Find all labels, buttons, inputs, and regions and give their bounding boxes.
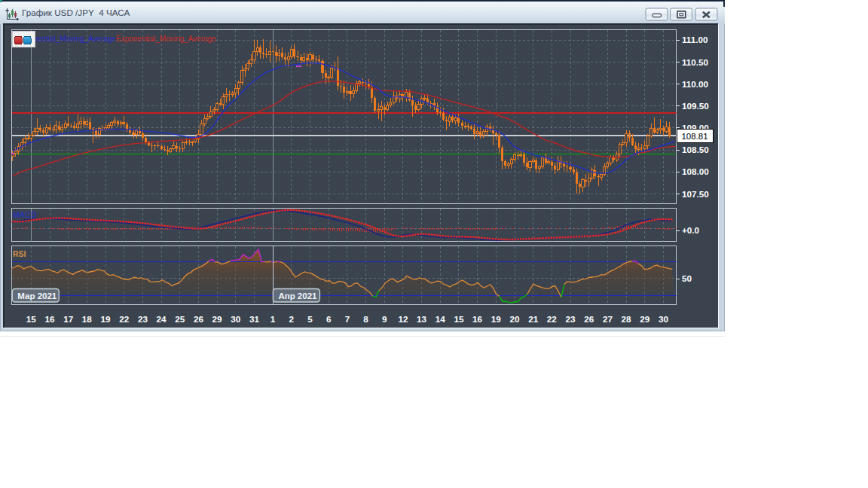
svg-text:107.50: 107.50 [682,189,709,199]
svg-text:20: 20 [509,314,520,324]
svg-text:30: 30 [231,314,241,324]
svg-text:111.00: 111.00 [682,35,708,44]
svg-text:29: 29 [640,314,650,324]
svg-text:21: 21 [528,314,539,324]
svg-text:22: 22 [119,314,130,324]
svg-text:23: 23 [138,314,148,324]
svg-text:Мар 2021: Мар 2021 [17,291,57,300]
svg-text:14: 14 [436,314,446,324]
svg-text:23: 23 [565,314,576,324]
svg-text:24: 24 [157,314,167,324]
svg-text:RSI: RSI [13,249,26,258]
svg-text:19: 19 [491,314,502,324]
svg-text:26: 26 [584,314,594,324]
svg-text:19: 19 [100,314,111,324]
svg-text:17: 17 [63,314,73,324]
svg-text:Exponential_Moving_Average: Exponential_Moving_Average [116,35,216,43]
svg-text:108.81: 108.81 [681,132,708,141]
svg-text:5: 5 [307,314,313,324]
svg-text:50: 50 [682,273,692,283]
svg-text:Апр 2021: Апр 2021 [278,291,317,300]
svg-text:9: 9 [382,314,387,324]
svg-text:25: 25 [175,314,185,324]
svg-text:110.00: 110.00 [682,79,709,89]
svg-text:27: 27 [603,314,613,324]
svg-text:31: 31 [249,314,260,324]
svg-text:MACD: MACD [13,210,37,219]
svg-text:13: 13 [417,314,427,324]
svg-text:+0.0: +0.0 [682,225,700,235]
svg-text:29: 29 [212,314,223,324]
svg-text:22: 22 [547,314,558,324]
svg-text:6: 6 [326,314,332,324]
svg-text:8: 8 [363,314,368,324]
svg-text:12: 12 [398,314,408,324]
svg-text:15: 15 [454,314,464,324]
svg-text:30: 30 [659,314,669,324]
svg-text:1: 1 [270,314,276,324]
svg-text:26: 26 [194,314,204,324]
svg-text:16: 16 [472,314,483,324]
svg-text:108.00: 108.00 [682,166,709,176]
svg-text:15: 15 [26,314,37,324]
svg-text:109.50: 109.50 [682,101,709,111]
svg-text:108.50: 108.50 [682,145,709,154]
svg-text:28: 28 [622,314,632,324]
svg-text:18: 18 [82,314,93,324]
svg-text:2: 2 [289,314,295,324]
svg-text:110.50: 110.50 [682,57,709,67]
svg-text:График USD /JPY 4 ЧАСА: График USD /JPY 4 ЧАСА [22,8,130,17]
svg-text:7: 7 [345,314,350,324]
svg-text:16: 16 [44,314,55,324]
